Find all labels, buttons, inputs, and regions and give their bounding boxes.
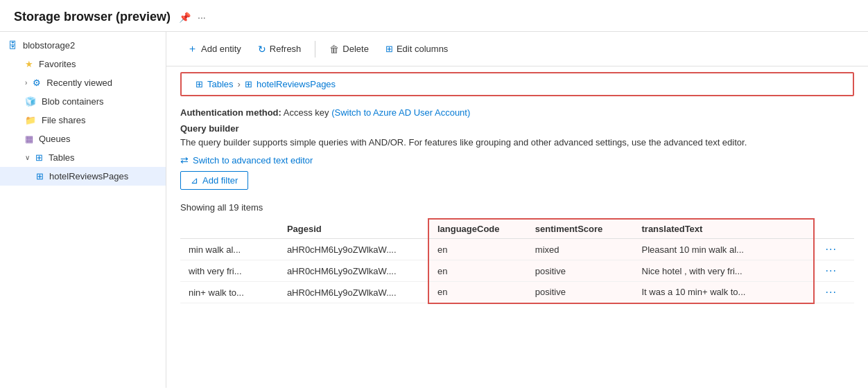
cell-lang-1: en (428, 260, 527, 282)
storage-account-label: blobstorage2 (23, 40, 75, 51)
current-bc-icon: ⊞ (245, 79, 252, 89)
switch-icon: ⇄ (180, 154, 189, 166)
showing-label: Showing all 19 items (166, 199, 868, 218)
table-row: nin+ walk to... aHR0cHM6Ly9oZWlkaW.... e… (180, 282, 854, 303)
row-actions-1[interactable]: ··· (823, 265, 840, 277)
cell-sentiment-2: positive (527, 282, 634, 303)
cell-sentiment-1: positive (527, 260, 634, 282)
header-row: Pagesid languageCode sentimentScore tran… (180, 219, 854, 239)
auth-label: Authentication method: (180, 107, 281, 118)
query-builder-desc: The query builder supports simple querie… (180, 136, 854, 149)
auth-line: Authentication method: Access key (Switc… (180, 107, 854, 118)
recently-viewed-label: Recently viewed (46, 78, 112, 88)
sidebar-item-queues[interactable]: ▦ Queues (0, 130, 166, 148)
delete-button[interactable]: 🗑 Delete (322, 40, 376, 58)
cell-prefix-1: with very fri... (180, 260, 279, 282)
cell-translated-1: Nice hotel , with very fri... (634, 260, 814, 282)
table-header: Pagesid languageCode sentimentScore tran… (180, 219, 854, 239)
col-header-language: languageCode (428, 219, 527, 239)
col-header-actions (814, 219, 854, 239)
edit-columns-icon: ⊞ (385, 44, 393, 54)
breadcrumb: ⊞ Tables › ⊞ hotelReviewsPages (180, 72, 854, 96)
data-table: Pagesid languageCode sentimentScore tran… (180, 218, 854, 304)
switch-editor-label: Switch to advanced text editor (193, 155, 313, 166)
sidebar-item-file-shares[interactable]: 📁 File shares (0, 111, 166, 130)
delete-icon: 🗑 (329, 44, 339, 55)
delete-label: Delete (342, 44, 369, 54)
col-header-prefix (180, 219, 279, 239)
query-builder-title: Query builder (180, 123, 854, 134)
sidebar-item-hotel-reviews[interactable]: ⊞ hotelReviewsPages (0, 167, 166, 186)
cell-translated-0: Pleasant 10 min walk al... (634, 239, 814, 260)
gear-icon: ⚙ (33, 78, 41, 88)
col-header-pagesid: Pagesid (279, 219, 428, 239)
blob-label: Blob containers (42, 96, 104, 107)
star-icon: ★ (25, 59, 33, 69)
table-body: min walk al... aHR0cHM6Ly9oZWlkaW.... en… (180, 239, 854, 303)
queues-label: Queues (39, 134, 71, 144)
cell-pagesid-0: aHR0cHM6Ly9oZWlkaW.... (279, 239, 428, 260)
toolbar: ＋ Add entity ↻ Refresh 🗑 Delete ⊞ Edit c… (166, 32, 868, 66)
sidebar-item-favorites[interactable]: ★ Favorites (0, 55, 166, 73)
hotel-table-icon: ⊞ (36, 171, 44, 181)
current-breadcrumb[interactable]: hotelReviewsPages (257, 79, 336, 89)
sidebar-item-storage[interactable]: 🗄 blobstorage2 (0, 36, 166, 55)
cell-actions-2[interactable]: ··· (814, 282, 854, 303)
toolbar-divider (315, 41, 315, 57)
sidebar: 🗄 blobstorage2 ★ Favorites › ⚙ Recently … (0, 32, 166, 388)
refresh-label: Refresh (270, 44, 302, 54)
tables-bc-icon: ⊞ (196, 79, 203, 89)
cell-prefix-0: min walk al... (180, 239, 279, 260)
add-icon: ＋ (187, 42, 198, 55)
auth-value: Access key (284, 107, 331, 118)
table-row: min walk al... aHR0cHM6Ly9oZWlkaW.... en… (180, 239, 854, 260)
cell-lang-0: en (428, 239, 527, 260)
hotel-reviews-label: hotelReviewsPages (49, 171, 128, 181)
sidebar-item-recently-viewed[interactable]: › ⚙ Recently viewed (0, 73, 166, 92)
sidebar-item-blob[interactable]: 🧊 Blob containers (0, 92, 166, 111)
tables-chevron: ∨ (25, 154, 30, 161)
app-title: Storage browser (preview) (14, 10, 171, 24)
add-entity-button[interactable]: ＋ Add entity (180, 39, 248, 59)
info-section: Authentication method: Access key (Switc… (166, 102, 868, 199)
tables-breadcrumb-link[interactable]: Tables (207, 79, 234, 89)
cell-pagesid-1: aHR0cHM6Ly9oZWlkaW.... (279, 260, 428, 282)
cell-translated-2: It was a 10 min+ walk to... (634, 282, 814, 303)
favorites-label: Favorites (39, 59, 76, 69)
row-actions-0[interactable]: ··· (823, 243, 840, 256)
switch-editor-row[interactable]: ⇄ Switch to advanced text editor (180, 154, 854, 166)
sidebar-item-tables[interactable]: ∨ ⊞ Tables (0, 148, 166, 167)
auth-switch-link[interactable]: (Switch to Azure AD User Account) (331, 107, 470, 118)
edit-columns-label: Edit columns (397, 44, 448, 54)
storage-icon: 🗄 (8, 40, 17, 51)
edit-columns-button[interactable]: ⊞ Edit columns (379, 40, 455, 57)
recently-chevron: › (25, 79, 27, 87)
data-table-wrapper: Pagesid languageCode sentimentScore tran… (166, 218, 868, 304)
header-icons: 📌 ··· (179, 12, 206, 23)
queue-icon: ▦ (25, 134, 33, 144)
tables-label: Tables (49, 152, 75, 163)
add-filter-label: Add filter (202, 175, 238, 186)
col-header-sentiment: sentimentScore (527, 219, 634, 239)
cell-actions-1[interactable]: ··· (814, 260, 854, 282)
pin-icon[interactable]: 📌 (179, 12, 191, 23)
more-icon[interactable]: ··· (198, 12, 206, 23)
col-header-translated: translatedText (634, 219, 814, 239)
content-area: ＋ Add entity ↻ Refresh 🗑 Delete ⊞ Edit c… (166, 32, 868, 388)
refresh-button[interactable]: ↻ Refresh (251, 40, 309, 58)
cell-sentiment-0: mixed (527, 239, 634, 260)
row-actions-2[interactable]: ··· (823, 286, 840, 299)
cell-lang-2: en (428, 282, 527, 303)
file-shares-label: File shares (42, 115, 86, 125)
blob-icon: 🧊 (25, 96, 36, 107)
add-filter-button[interactable]: ⊿ Add filter (180, 171, 248, 190)
breadcrumb-separator: › (238, 79, 241, 89)
main-layout: 🗄 blobstorage2 ★ Favorites › ⚙ Recently … (0, 32, 868, 388)
file-icon: 📁 (25, 115, 36, 125)
tables-icon: ⊞ (35, 152, 43, 163)
app-header: Storage browser (preview) 📌 ··· (0, 0, 868, 32)
cell-actions-0[interactable]: ··· (814, 239, 854, 260)
add-entity-label: Add entity (201, 44, 241, 54)
table-row: with very fri... aHR0cHM6Ly9oZWlkaW.... … (180, 260, 854, 282)
cell-prefix-2: nin+ walk to... (180, 282, 279, 303)
